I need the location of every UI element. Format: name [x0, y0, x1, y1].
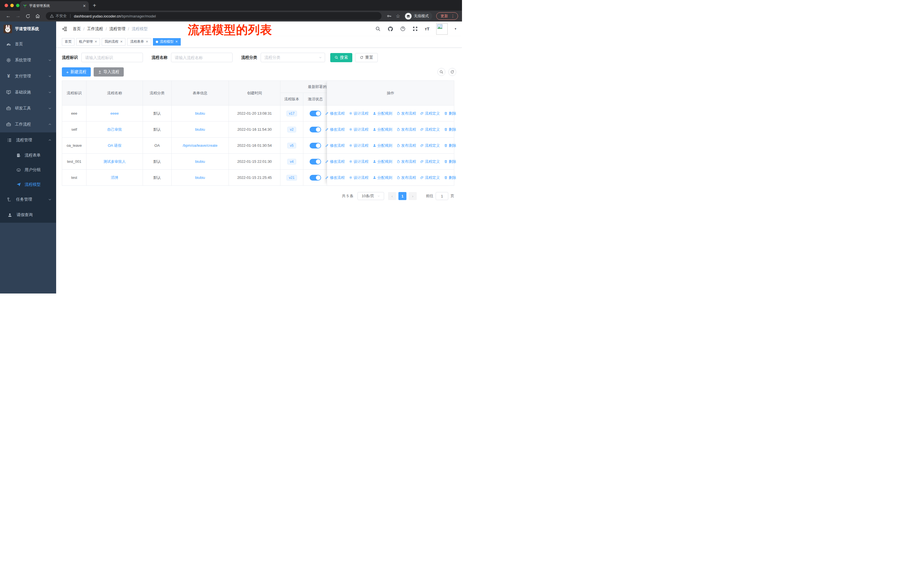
page-size-select[interactable]: 10条/页 [358, 192, 384, 200]
close-icon[interactable]: ✕ [175, 40, 178, 43]
process-name-link[interactable]: eeee [111, 111, 119, 116]
active-toggle[interactable] [310, 159, 321, 165]
search-button[interactable]: 搜索 [330, 53, 352, 62]
publish-process-link[interactable]: 发布流程 [396, 159, 416, 164]
assign-rule-link[interactable]: 分配规则 [373, 143, 393, 148]
window-controls[interactable] [5, 4, 20, 7]
publish-process-link[interactable]: 发布流程 [396, 127, 416, 132]
version-tag[interactable]: v4 [287, 159, 296, 165]
tag-process-model[interactable]: 流程模型✕ [153, 38, 181, 46]
github-icon[interactable] [388, 26, 393, 32]
form-info-link[interactable]: biubiu [195, 127, 205, 132]
edit-process-link[interactable]: 修改流程 [325, 143, 345, 148]
process-definition-link[interactable]: 流程定义 [420, 111, 440, 116]
active-toggle[interactable] [310, 111, 321, 116]
process-definition-link[interactable]: 流程定义 [420, 127, 440, 132]
next-page-button[interactable]: › [409, 192, 417, 200]
minimize-window-button[interactable] [10, 4, 14, 7]
maximize-window-button[interactable] [16, 4, 20, 7]
design-process-link[interactable]: 设计流程 [349, 175, 369, 180]
sidebar-item-workflow[interactable]: 工作流程 [0, 116, 56, 132]
version-tag[interactable]: v21 [286, 175, 297, 180]
sidebar-item-payment[interactable]: ¥ 支付管理 [0, 68, 56, 84]
process-name-link[interactable]: 滔博 [111, 175, 118, 180]
edit-process-link[interactable]: 修改流程 [325, 175, 345, 180]
close-icon[interactable]: ✕ [145, 40, 148, 43]
chevron-down-icon[interactable]: ▾ [455, 27, 456, 31]
assign-rule-link[interactable]: 分配规则 [373, 175, 393, 180]
assign-rule-link[interactable]: 分配规则 [373, 127, 393, 132]
import-process-button[interactable]: 导入流程 [94, 67, 124, 76]
process-name-link[interactable]: 自己审批 [107, 127, 122, 132]
help-icon[interactable] [400, 26, 406, 31]
address-bar[interactable]: 不安全 dashboard.yudao.iocoder.cn/bpm/manag… [46, 12, 381, 20]
browser-tab[interactable]: 芋道管理系统 ✕ [20, 1, 89, 11]
tag-tenant[interactable]: 租户管理✕ [76, 38, 100, 46]
form-info-link[interactable]: /bpm/oa/leave/create [183, 143, 218, 147]
publish-process-link[interactable]: 发布流程 [396, 175, 416, 180]
collapse-sidebar-icon[interactable] [62, 26, 68, 32]
forward-icon[interactable]: → [14, 13, 22, 19]
page-1-button[interactable]: 1 [398, 192, 406, 200]
close-icon[interactable]: ✕ [120, 40, 122, 43]
tag-home[interactable]: 首页 [62, 38, 74, 46]
process-key-input[interactable] [81, 53, 143, 62]
refresh-table-button[interactable] [448, 68, 456, 76]
form-info-link[interactable]: biubiu [195, 175, 205, 180]
publish-process-link[interactable]: 发布流程 [396, 111, 416, 116]
reset-button[interactable]: 重置 [355, 53, 378, 62]
sidebar-item-infra[interactable]: 基础设施 [0, 84, 56, 100]
version-tag[interactable]: v2 [287, 127, 296, 132]
sidebar-item-process-form[interactable]: 流程表单 [0, 148, 56, 162]
security-warning[interactable]: 不安全 [50, 13, 67, 19]
publish-process-link[interactable]: 发布流程 [396, 143, 416, 148]
process-definition-link[interactable]: 流程定义 [420, 175, 440, 180]
back-icon[interactable]: ← [4, 13, 13, 19]
sidebar-item-task-mgmt[interactable]: 任务管理 [0, 192, 56, 207]
sidebar-item-devtools[interactable]: 研发工具 [0, 100, 56, 116]
update-button[interactable]: 更新 ⋮ [436, 12, 458, 20]
goto-page-input[interactable] [436, 192, 448, 200]
avatar[interactable] [436, 23, 448, 35]
design-process-link[interactable]: 设计流程 [349, 127, 369, 132]
assign-rule-link[interactable]: 分配规则 [373, 111, 393, 116]
process-definition-link[interactable]: 流程定义 [420, 159, 440, 164]
show-search-button[interactable] [437, 68, 446, 76]
close-icon[interactable]: ✕ [94, 40, 97, 43]
process-definition-link[interactable]: 流程定义 [420, 143, 440, 148]
process-name-link[interactable]: 测试多审批人 [103, 159, 126, 164]
home-icon[interactable] [33, 14, 42, 19]
new-tab-button[interactable]: + [93, 2, 96, 9]
sidebar-item-user-group[interactable]: 用户分组 [0, 162, 56, 177]
edit-process-link[interactable]: 修改流程 [325, 127, 345, 132]
active-toggle[interactable] [310, 143, 321, 149]
design-process-link[interactable]: 设计流程 [349, 111, 369, 116]
password-key-icon[interactable] [387, 13, 392, 19]
active-toggle[interactable] [310, 127, 321, 132]
tag-process-form[interactable]: 流程表单✕ [127, 38, 151, 46]
breadcrumb-process-mgmt[interactable]: 流程管理 [109, 26, 125, 31]
browser-menu-icon[interactable]: ⋮ [451, 14, 455, 18]
tab-close-icon[interactable]: ✕ [83, 4, 86, 8]
reload-icon[interactable] [23, 14, 32, 19]
bookmark-star-icon[interactable]: ☆ [396, 13, 400, 19]
sidebar-item-system[interactable]: 系统管理 [0, 52, 56, 68]
sidebar-item-process-mgmt[interactable]: 流程管理 [0, 132, 56, 148]
breadcrumb-workflow[interactable]: 工作流程 [87, 26, 103, 31]
process-name-link[interactable]: OA 请假 [108, 143, 121, 148]
prev-page-button[interactable]: ‹ [388, 192, 396, 200]
tag-my-process[interactable]: 我的流程✕ [102, 38, 125, 46]
edit-process-link[interactable]: 修改流程 [325, 111, 345, 116]
category-select[interactable]: 流程分类 [261, 53, 325, 62]
design-process-link[interactable]: 设计流程 [349, 159, 369, 164]
form-info-link[interactable]: biubiu [195, 159, 205, 164]
close-window-button[interactable] [5, 4, 8, 7]
design-process-link[interactable]: 设计流程 [349, 143, 369, 148]
form-info-link[interactable]: biubiu [195, 111, 205, 116]
search-icon[interactable] [375, 26, 381, 31]
delete-link[interactable]: 删除 [444, 111, 456, 116]
sidebar-item-leave-query[interactable]: 请假查询 [0, 207, 56, 223]
assign-rule-link[interactable]: 分配规则 [373, 159, 393, 164]
active-toggle[interactable] [310, 175, 321, 180]
delete-link[interactable]: 删除 [444, 127, 456, 132]
